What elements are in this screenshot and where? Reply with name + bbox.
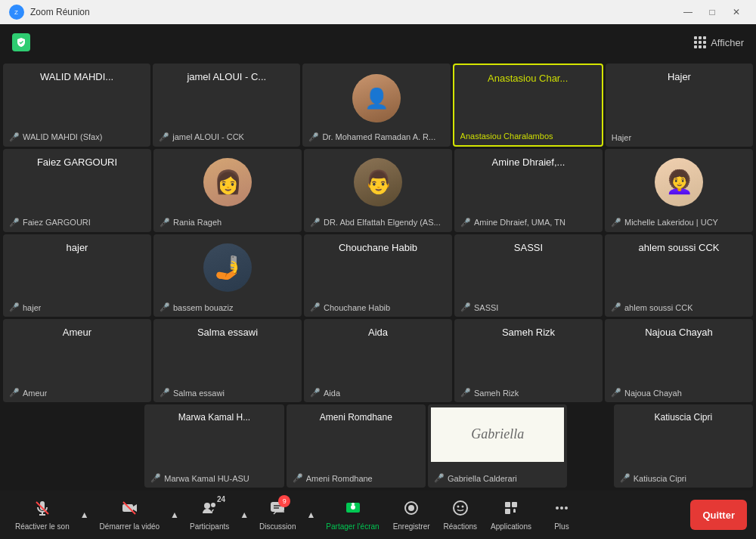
mute-icon: 🎤 bbox=[160, 388, 170, 398]
cell-bottom: 🎤 DR. Abd Elfattah Elgendy (AS... bbox=[304, 215, 452, 232]
svg-rect-23 bbox=[513, 510, 516, 513]
reactions-button[interactable]: Réactions bbox=[438, 497, 483, 534]
cell-label: Ameur bbox=[23, 389, 47, 398]
video-button[interactable]: Démarrer la vidéo bbox=[94, 497, 166, 534]
mute-icon: 🎤 bbox=[9, 218, 20, 228]
title-bar: Z Zoom Réunion — □ ✕ bbox=[0, 0, 756, 24]
cell-label: Salma essawi bbox=[173, 389, 225, 398]
participant-walid: WALID MAHDI... 🎤 WALID MAHDI (Sfax) bbox=[3, 64, 150, 147]
close-button[interactable]: ✕ bbox=[726, 5, 747, 20]
participant-photo: 👩‍🦱 bbox=[655, 158, 703, 206]
cell-label: Michelle Lakeridou | UCY bbox=[624, 218, 718, 227]
mute-icon: 🎤 bbox=[310, 302, 321, 312]
mute-icon: 🎤 bbox=[460, 302, 471, 312]
share-screen-button[interactable]: Partager l'écran bbox=[320, 497, 385, 534]
mute-label: Réactiver le son bbox=[15, 522, 70, 531]
participant-name: Ameur bbox=[3, 319, 151, 341]
maximize-button[interactable]: □ bbox=[702, 5, 723, 20]
svg-point-18 bbox=[457, 505, 459, 507]
participant-name: Sameh Rizk bbox=[454, 319, 603, 341]
mute-icon: 🎤 bbox=[310, 388, 321, 398]
more-button[interactable]: Plus bbox=[539, 497, 584, 534]
window-controls[interactable]: — □ ✕ bbox=[677, 5, 747, 20]
minimize-button[interactable]: — bbox=[677, 5, 699, 20]
cell-bottom: 🎤 ahlem soussi CCK bbox=[605, 299, 753, 317]
record-button[interactable]: Enregistrer bbox=[387, 497, 436, 534]
record-icon bbox=[403, 500, 420, 520]
mute-icon: 🎤 bbox=[308, 132, 319, 142]
mute-icon: 🎤 bbox=[611, 302, 621, 312]
cell-label: hajer bbox=[23, 303, 41, 312]
toolbar: Réactiver le son ▲ Démarrer la vidéo ▲ bbox=[0, 491, 756, 539]
participant-amine: Amine Dhraief,... 🎤 Amine Dhraief, UMA, … bbox=[454, 149, 603, 232]
video-label: Démarrer la vidéo bbox=[100, 522, 160, 531]
participant-katiuscia: Katiuscia Cipri 🎤 Katiuscia Cipri bbox=[614, 404, 753, 488]
cell-bottom: 🎤 Chouchane Habib bbox=[304, 299, 452, 317]
cell-bottom: 🎤 Salma essawi bbox=[153, 385, 302, 402]
svg-point-8 bbox=[204, 503, 210, 509]
afficher-button[interactable]: Afficher bbox=[694, 36, 744, 48]
mute-icon: 🎤 bbox=[293, 473, 303, 483]
cell-bottom: 🎤 SASSI bbox=[454, 299, 603, 317]
svg-rect-21 bbox=[512, 502, 517, 507]
zoom-logo: Z bbox=[9, 5, 24, 20]
discussion-chevron[interactable]: ▲ bbox=[303, 506, 318, 523]
participant-ameur: Ameur 🎤 Ameur bbox=[3, 319, 151, 402]
title-bar-left: Z Zoom Réunion bbox=[9, 5, 90, 20]
svg-point-19 bbox=[461, 505, 463, 507]
record-label: Enregistrer bbox=[393, 522, 430, 531]
participant-name: Salma essawi bbox=[153, 319, 302, 341]
participant-photo: 👩 bbox=[203, 158, 252, 206]
participant-name: hajer bbox=[3, 234, 151, 256]
cell-label: Rania Rageh bbox=[173, 218, 222, 227]
cell-bottom: 🎤 Amine Dhraief, UMA, TN bbox=[454, 215, 603, 232]
cell-label: Katiuscia Cipri bbox=[634, 474, 686, 483]
discussion-label: Discussion bbox=[259, 522, 296, 531]
cell-bottom: 🎤 WALID MAHDI (Sfax) bbox=[3, 129, 150, 147]
cell-bottom: Hajer bbox=[606, 130, 753, 147]
participant-name: SASSI bbox=[454, 234, 603, 256]
discussion-badge: 9 bbox=[278, 495, 290, 507]
svg-point-9 bbox=[211, 503, 215, 507]
cell-label: Hajer bbox=[612, 133, 631, 142]
mute-icon: 🎤 bbox=[611, 388, 621, 398]
cell-label: DR. Abd Elfattah Elgendy (AS... bbox=[324, 218, 441, 227]
cell-label: jamel ALOUI - CCK bbox=[172, 132, 244, 141]
participants-chevron[interactable]: ▲ bbox=[237, 506, 252, 523]
participant-jamel: jamel ALOUI - C... 🎤 jamel ALOUI - CCK bbox=[153, 64, 300, 147]
mute-icon: 🎤 bbox=[310, 218, 321, 228]
cell-label: Amine Dhraief, UMA, TN bbox=[474, 218, 565, 227]
mute-chevron[interactable]: ▲ bbox=[77, 506, 92, 523]
participant-anastasiou: Anastasiou Char... Anastasiou Charalambo… bbox=[453, 64, 603, 147]
video-chevron[interactable]: ▲ bbox=[167, 506, 182, 523]
cell-bottom: 🎤 Gabriella Calderari bbox=[428, 470, 567, 488]
cell-label: bassem bouaziz bbox=[173, 303, 234, 312]
participant-chouchane: Chouchane Habib 🎤 Chouchane Habib bbox=[304, 234, 452, 318]
empty-slot2 bbox=[569, 404, 611, 488]
quitter-button[interactable]: Quitter bbox=[690, 500, 747, 530]
participant-salma: Salma essawi 🎤 Salma essawi bbox=[153, 319, 302, 402]
cell-bottom: Anastasiou Charalambos bbox=[454, 129, 602, 145]
cell-label: Dr. Mohamed Ramadan A. R... bbox=[322, 132, 435, 141]
cell-label: Marwa Kamal HU-ASU bbox=[164, 474, 249, 483]
participant-name: Katiuscia Cipri bbox=[614, 404, 753, 426]
participant-photo: 👤 bbox=[352, 74, 401, 122]
participant-aida: Aida 🎤 Aida bbox=[304, 319, 452, 402]
participant-hajer2: hajer 🎤 hajer bbox=[3, 234, 151, 318]
mute-button[interactable]: Réactiver le son bbox=[9, 497, 76, 534]
participant-name: Faiez GARGOURI bbox=[3, 149, 151, 171]
applications-button[interactable]: Applications bbox=[485, 497, 538, 534]
grid-view-icon bbox=[694, 36, 706, 48]
svg-point-16 bbox=[408, 505, 414, 511]
discussion-button[interactable]: 9 Discussion bbox=[253, 497, 302, 534]
share-screen-icon bbox=[345, 500, 361, 520]
participants-button[interactable]: 24 Participants bbox=[184, 497, 235, 534]
mute-icon: 🎤 bbox=[9, 132, 20, 142]
cell-bottom: 🎤 Ameur bbox=[3, 385, 151, 402]
participant-name: Chouchane Habib bbox=[304, 234, 452, 256]
participant-name: Hajer bbox=[606, 64, 753, 85]
reactions-label: Réactions bbox=[444, 522, 477, 531]
participant-name: ahlem soussi CCK bbox=[605, 234, 753, 256]
applications-icon bbox=[503, 500, 519, 520]
empty-slot bbox=[3, 404, 142, 488]
